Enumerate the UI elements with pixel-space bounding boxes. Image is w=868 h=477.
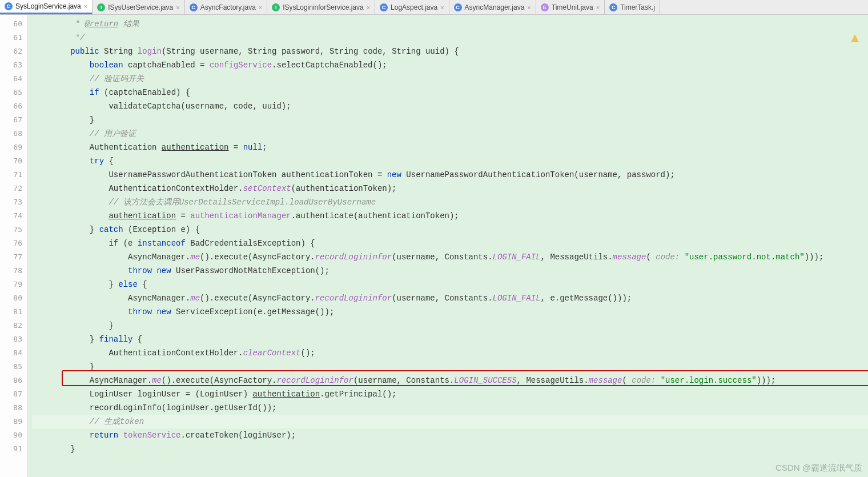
tab-isysuserservice[interactable]: I ISysUserService.java × [93,0,184,14]
enum-icon: E [541,3,549,11]
tab-asyncfactory[interactable]: C AsyncFactory.java × [185,0,268,14]
tab-label: TimerTask.j [620,3,655,11]
class-icon: C [5,2,13,10]
close-icon[interactable]: × [84,3,87,10]
code-area[interactable]: * @return 结果 */ public String login(Stri… [27,15,868,477]
close-icon[interactable]: × [176,4,179,11]
tab-timertask[interactable]: C TimerTask.j [605,0,660,14]
watermark: CSDN @霸道流氓气质 [775,463,862,474]
tab-logaspect[interactable]: C LogAspect.java × [375,0,449,14]
code-editor[interactable]: 6061626364656667686970717273747576777879… [0,15,868,477]
interface-icon: I [97,3,105,11]
tab-label: AsyncManager.java [465,3,525,11]
tab-label: ISysLogininforService.java [283,3,363,11]
class-icon: C [454,3,462,11]
tab-label: ISysUserService.java [108,3,173,11]
close-icon[interactable]: × [440,4,444,11]
close-icon[interactable]: × [259,4,262,11]
tab-label: TimeUnit.java [552,3,593,11]
class-icon: C [380,3,388,11]
tab-asyncmanager[interactable]: C AsyncManager.java × [449,0,536,14]
tab-label: SysLoginService.java [15,2,81,10]
line-gutter: 6061626364656667686970717273747576777879… [0,15,27,477]
highlight-box [62,370,868,386]
tab-label: AsyncFactory.java [200,3,256,11]
class-icon: C [609,3,617,11]
close-icon[interactable]: × [527,4,531,11]
tab-isyslogininfor[interactable]: I ISysLogininforService.java × [267,0,375,14]
close-icon[interactable]: × [367,4,370,11]
tab-bar: C SysLoginService.java × I ISysUserServi… [0,0,868,15]
tab-sysloginservice[interactable]: C SysLoginService.java × [0,0,93,14]
tab-label: LogAspect.java [391,3,437,11]
close-icon[interactable]: × [596,4,600,11]
tab-timeunit[interactable]: E TimeUnit.java × [536,0,605,14]
class-icon: C [190,3,198,11]
interface-icon: I [272,3,280,11]
